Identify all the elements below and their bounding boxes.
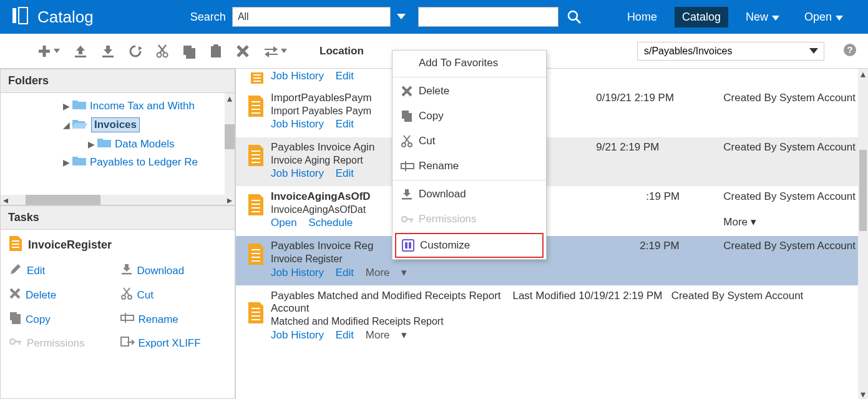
scroll-up-icon[interactable]: ▴: [858, 69, 868, 79]
scroll-thumb[interactable]: [225, 124, 235, 149]
svg-rect-22: [213, 44, 218, 47]
link-job-history[interactable]: Job History: [271, 329, 324, 341]
link-edit[interactable]: Edit: [336, 267, 354, 278]
nav-catalog[interactable]: Catalog: [675, 7, 728, 27]
expand-icon[interactable]: ▶: [88, 139, 95, 149]
link-edit[interactable]: Edit: [336, 118, 354, 130]
scroll-thumb[interactable]: [859, 150, 867, 231]
nav-open[interactable]: Open: [797, 7, 851, 27]
copy-button[interactable]: [182, 44, 196, 58]
paste-button[interactable]: [210, 44, 222, 58]
expand-icon[interactable]: ▶: [63, 101, 70, 111]
nav-new[interactable]: New: [738, 7, 787, 27]
svg-rect-80: [401, 164, 414, 169]
svg-rect-12: [102, 56, 114, 57]
task-edit[interactable]: Edit: [9, 263, 115, 278]
svg-marker-3: [397, 14, 406, 19]
svg-rect-20: [187, 49, 195, 58]
nav-home[interactable]: Home: [620, 7, 665, 27]
tree-item-income-tax[interactable]: ▶ Income Tax and Withh: [1, 97, 235, 115]
ctx-permissions: Permissions: [393, 207, 546, 232]
list-item[interactable]: ImportPayablesPaym Import Payables Paym …: [236, 88, 868, 137]
svg-point-77: [408, 143, 412, 147]
rename-icon: [401, 161, 419, 171]
tree-item-data-models[interactable]: ▶ Data Models: [1, 135, 235, 153]
collapse-icon[interactable]: ◢: [63, 120, 70, 130]
scroll-down-icon[interactable]: ▾: [858, 389, 868, 399]
link-more[interactable]: More ▾: [366, 267, 407, 278]
document-icon: [246, 240, 271, 279]
task-export-xliff[interactable]: Export XLIFF: [121, 336, 227, 350]
task-delete[interactable]: Delete: [9, 287, 115, 303]
list-item[interactable]: Payables Invoice Agin Invoice Aging Repo…: [236, 137, 868, 187]
location-input[interactable]: [637, 42, 824, 61]
ctx-cut[interactable]: Cut: [393, 129, 546, 154]
list-item[interactable]: InvoiceAgingAsOfD InvoiceAgingAsOfDat Op…: [236, 187, 868, 236]
ctx-copy[interactable]: Copy: [393, 104, 546, 129]
ctx-rename[interactable]: Rename: [393, 154, 546, 179]
scroll-up-icon[interactable]: ▴: [225, 93, 235, 103]
svg-point-76: [402, 143, 406, 147]
download-button[interactable]: [101, 44, 115, 58]
search-button[interactable]: [567, 10, 581, 24]
folders-hscrollbar[interactable]: ◂ ▸: [1, 195, 235, 205]
copy-icon: [401, 110, 419, 122]
cut-button[interactable]: [156, 44, 168, 58]
expand-icon[interactable]: ▶: [63, 157, 70, 167]
ctx-delete[interactable]: Delete: [393, 79, 546, 104]
upload-button[interactable]: [74, 44, 87, 58]
link-edit[interactable]: Edit: [336, 167, 354, 179]
svg-point-4: [568, 11, 577, 20]
refresh-button[interactable]: [129, 44, 142, 58]
content-vscrollbar[interactable]: ▴ ▾: [858, 69, 868, 399]
search-scope-dropdown-icon[interactable]: [397, 11, 406, 22]
tree-item-invoices[interactable]: ◢ Invoices: [1, 115, 235, 135]
item-subtitle: Matched and Modified Receipts Report: [271, 316, 856, 327]
export-icon: [121, 336, 134, 350]
item-modified: 0/19/21 2:19 PM: [596, 92, 714, 131]
task-rename[interactable]: Rename: [121, 312, 227, 327]
folders-vscrollbar[interactable]: ▴: [225, 93, 235, 195]
link-schedule[interactable]: Schedule: [308, 217, 353, 229]
search-input[interactable]: [418, 7, 558, 27]
download-icon: [401, 189, 419, 200]
delete-icon: [401, 86, 419, 97]
scroll-right-icon[interactable]: ▸: [225, 195, 235, 205]
link-more[interactable]: More ▾: [723, 215, 856, 229]
svg-marker-13: [139, 46, 142, 51]
ctx-customize[interactable]: Customize: [395, 233, 544, 258]
folder-icon: [97, 137, 111, 150]
link-job-history[interactable]: Job History: [271, 118, 324, 130]
task-cut[interactable]: Cut: [121, 287, 227, 303]
item-modified: 9/21 2:19 PM: [596, 141, 714, 180]
item-created-by-cont: Account: [271, 302, 856, 315]
list-item[interactable]: Job History Edit: [236, 69, 868, 88]
tree-item-payables-ledger[interactable]: ▶ Payables to Ledger Re: [1, 153, 235, 171]
list-item[interactable]: Payables Matched and Modified Receipts R…: [236, 286, 868, 348]
link-edit[interactable]: Edit: [336, 329, 354, 341]
list-item-selected[interactable]: Payables Invoice Reg Invoice Register Jo…: [236, 236, 868, 286]
scroll-thumb[interactable]: [26, 195, 100, 205]
folder-icon: [72, 99, 86, 112]
swap-button[interactable]: [263, 45, 287, 57]
new-button[interactable]: [37, 44, 60, 58]
task-download[interactable]: Download: [121, 263, 227, 278]
ctx-add-favorites[interactable]: Add To Favorites: [393, 51, 546, 76]
link-open[interactable]: Open: [271, 217, 297, 229]
download-icon: [121, 264, 132, 278]
help-icon[interactable]: ?: [843, 43, 857, 59]
link-edit[interactable]: Edit: [336, 70, 354, 82]
location-dropdown-icon[interactable]: [809, 46, 818, 57]
search-scope-select[interactable]: [232, 7, 391, 27]
delete-button[interactable]: [236, 44, 250, 58]
link-more[interactable]: More ▾: [366, 329, 407, 341]
ctx-download[interactable]: Download: [393, 182, 546, 207]
link-job-history[interactable]: Job History: [271, 267, 324, 278]
item-modified: Last Modified 10/19/21 2:19 PM: [512, 290, 662, 302]
scroll-left-icon[interactable]: ◂: [1, 195, 11, 205]
link-job-history[interactable]: Job History: [271, 70, 324, 82]
task-copy[interactable]: Copy: [9, 312, 115, 327]
svg-point-36: [128, 295, 132, 299]
link-job-history[interactable]: Job History: [271, 167, 324, 179]
folder-open-icon: [72, 119, 87, 132]
